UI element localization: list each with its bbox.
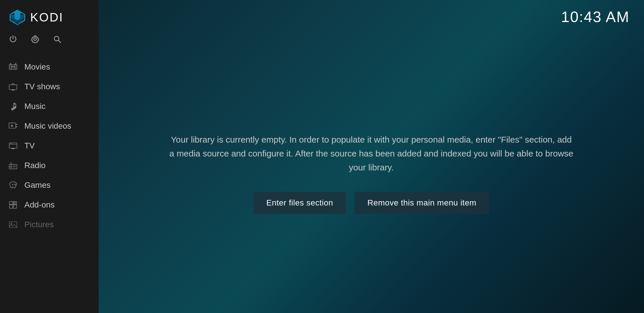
search-button[interactable] xyxy=(53,35,61,46)
sidebar-item-tv-shows[interactable]: TV shows xyxy=(0,77,99,97)
movies-icon xyxy=(9,63,17,71)
music-videos-label: Music videos xyxy=(24,121,71,131)
movies-label: Movies xyxy=(24,62,50,72)
settings-button[interactable] xyxy=(31,35,39,46)
svg-point-34 xyxy=(12,143,12,144)
kodi-logo-icon xyxy=(9,9,26,26)
svg-rect-47 xyxy=(10,201,13,204)
power-icon xyxy=(9,35,17,43)
enter-files-button[interactable]: Enter files section xyxy=(254,192,346,214)
svg-line-9 xyxy=(58,40,61,43)
svg-point-37 xyxy=(11,166,12,167)
svg-rect-35 xyxy=(9,165,17,169)
sidebar-item-games[interactable]: Games xyxy=(0,175,99,195)
remove-menu-item-button[interactable]: Remove this main menu item xyxy=(354,192,489,214)
top-bar: 10:43 AM xyxy=(99,0,644,34)
svg-point-19 xyxy=(13,66,15,67)
pictures-icon xyxy=(9,220,17,229)
games-label: Games xyxy=(24,181,50,190)
power-button[interactable] xyxy=(9,35,17,46)
empty-library-message: Your library is currently empty. In orde… xyxy=(168,133,574,174)
sidebar-nav: Movies TV shows Music xyxy=(0,54,99,313)
svg-point-43 xyxy=(14,184,15,185)
tv-shows-icon xyxy=(9,82,17,91)
sidebar-item-music-videos[interactable]: Music videos xyxy=(0,116,99,136)
radio-icon xyxy=(9,161,17,170)
add-ons-icon xyxy=(9,201,17,209)
svg-rect-25 xyxy=(16,124,17,125)
svg-rect-46 xyxy=(13,205,17,208)
svg-rect-10 xyxy=(9,65,17,70)
content-area: Your library is currently empty. In orde… xyxy=(99,34,644,313)
sidebar-icon-bar xyxy=(0,32,99,54)
action-buttons: Enter files section Remove this main men… xyxy=(254,192,489,214)
svg-marker-27 xyxy=(11,125,13,127)
music-videos-icon xyxy=(9,122,17,130)
app-header: KODI xyxy=(0,0,99,32)
svg-point-44 xyxy=(15,185,16,185)
svg-rect-51 xyxy=(9,222,17,228)
svg-point-52 xyxy=(11,223,12,224)
svg-point-7 xyxy=(34,38,37,41)
svg-rect-20 xyxy=(9,85,17,90)
svg-rect-45 xyxy=(10,205,13,208)
svg-rect-26 xyxy=(16,126,17,127)
tv-shows-label: TV shows xyxy=(24,82,60,91)
svg-point-18 xyxy=(12,66,13,67)
music-label: Music xyxy=(24,102,46,111)
tv-label: TV xyxy=(24,141,35,150)
app-title: KODI xyxy=(30,10,64,24)
sidebar-item-music[interactable]: Music xyxy=(0,97,99,116)
sidebar-item-movies[interactable]: Movies xyxy=(0,57,99,77)
sidebar-item-radio[interactable]: Radio xyxy=(0,156,99,175)
sidebar-item-add-ons[interactable]: Add-ons xyxy=(0,195,99,215)
main-content: 10:43 AM Your library is currently empty… xyxy=(99,0,644,313)
svg-point-33 xyxy=(10,143,11,144)
pictures-label: Pictures xyxy=(24,220,54,229)
games-icon xyxy=(9,181,17,190)
sidebar-item-pictures[interactable]: Pictures xyxy=(0,215,99,234)
gear-icon xyxy=(31,35,39,43)
svg-rect-15 xyxy=(10,63,11,65)
radio-label: Radio xyxy=(24,161,46,170)
search-icon xyxy=(53,35,61,43)
sidebar-item-tv[interactable]: TV xyxy=(0,136,99,156)
clock-display: 10:43 AM xyxy=(561,8,629,26)
tv-icon xyxy=(9,141,17,150)
music-icon xyxy=(9,102,17,111)
add-ons-label: Add-ons xyxy=(24,200,55,210)
sidebar: KODI xyxy=(0,0,99,313)
svg-rect-16 xyxy=(15,63,16,65)
